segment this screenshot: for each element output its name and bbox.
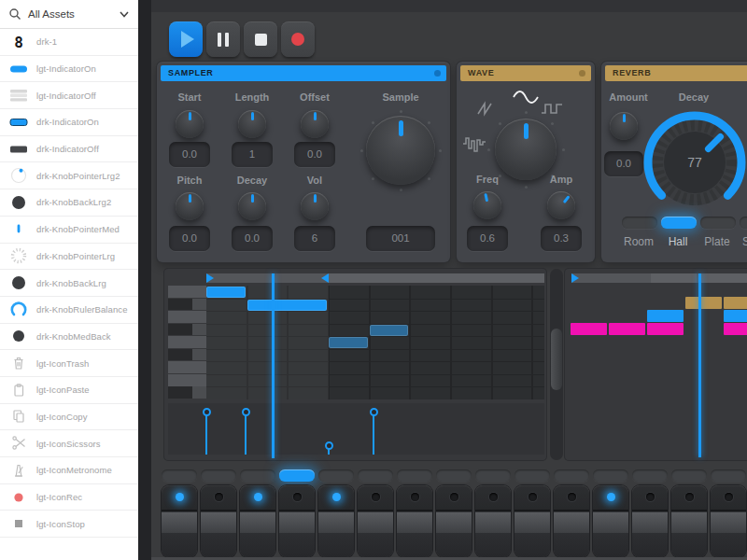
clip-blue-track[interactable] <box>724 310 747 322</box>
fader-cap[interactable] <box>514 512 550 533</box>
pitch-value[interactable]: 0.0 <box>169 226 210 251</box>
channel-indicator-5[interactable] <box>318 469 354 482</box>
sample-knob[interactable] <box>366 116 435 185</box>
clip-magenta-track[interactable] <box>571 323 607 335</box>
channel-strip-13[interactable] <box>632 485 668 557</box>
channel-strip-8[interactable] <box>436 485 472 557</box>
decay-value-small[interactable]: 0.0 <box>232 226 273 251</box>
channel-strip-9[interactable] <box>475 485 511 557</box>
channel-indicator-7[interactable] <box>397 469 432 482</box>
asset-item-drk-KnobBackLrg2[interactable]: drk-KnobBackLrg2 <box>0 189 138 217</box>
asset-item-lgt-IconRec[interactable]: lgt-IconRec <box>0 484 138 511</box>
fader-cap[interactable] <box>554 512 589 533</box>
square-wave-icon[interactable] <box>540 101 564 117</box>
asset-item-lgt-IconSicssors[interactable]: lgt-IconSicssors <box>0 430 138 457</box>
fader-cap[interactable] <box>671 512 707 533</box>
asset-item-drk-KnobBackLrg[interactable]: drk-KnobBackLrg <box>0 270 138 297</box>
sample-number-display[interactable]: 001 <box>366 226 435 251</box>
asset-item-drk-IndicatorOn[interactable]: drk-IndicatorOn <box>0 109 138 136</box>
channel-strip-3[interactable] <box>240 485 275 557</box>
asset-item-lgt-IconStop[interactable]: lgt-IconStop <box>0 511 138 538</box>
clip-magenta-track[interactable] <box>609 323 645 335</box>
pitch-knob[interactable] <box>176 192 204 220</box>
preset-plate-indicator[interactable] <box>700 217 736 229</box>
black-key[interactable] <box>168 349 192 361</box>
fader-cap[interactable] <box>632 512 668 533</box>
preset-hall-indicator[interactable] <box>661 217 697 229</box>
offset-value[interactable]: 0.0 <box>294 142 335 167</box>
white-key[interactable] <box>168 311 206 323</box>
clip-blue-track[interactable] <box>647 310 684 322</box>
asset-item-lgt-IconTrash[interactable]: lgt-IconTrash <box>0 350 138 377</box>
channel-indicator-2[interactable] <box>201 469 236 482</box>
asset-filter[interactable]: All Assets <box>0 0 138 29</box>
channel-indicator-14[interactable] <box>671 469 707 482</box>
fader-cap[interactable] <box>397 512 432 533</box>
fader-cap[interactable] <box>240 512 275 533</box>
noise-wave-icon[interactable] <box>461 133 487 155</box>
loop-end-marker[interactable] <box>321 273 329 283</box>
asset-item-drk-KnobMedBack[interactable]: drk-KnobMedBack <box>0 324 138 351</box>
decay-knob-small[interactable] <box>238 192 266 220</box>
reverb-decay-knob[interactable]: 77 <box>641 108 747 217</box>
amp-value[interactable]: 0.3 <box>541 226 582 251</box>
sine-wave-icon[interactable] <box>512 87 540 106</box>
freq-value[interactable]: 0.6 <box>467 226 508 251</box>
channel-strip-2[interactable] <box>201 485 236 557</box>
piano-note[interactable] <box>206 287 246 298</box>
black-key-row[interactable] <box>168 349 206 361</box>
black-key-row[interactable] <box>168 386 206 399</box>
black-key-row[interactable] <box>168 324 206 336</box>
channel-strip-1[interactable] <box>162 485 197 557</box>
amount-knob[interactable] <box>610 112 638 140</box>
preset-spring-label[interactable]: S <box>742 235 747 248</box>
piano-playhead[interactable] <box>272 273 275 458</box>
piano-note[interactable] <box>329 337 368 348</box>
asset-item-lgt-IconCopy[interactable]: lgt-IconCopy <box>0 404 138 431</box>
fader-cap[interactable] <box>436 512 472 533</box>
vol-value[interactable]: 6 <box>294 226 335 251</box>
asset-item-drk-KnobRulerBalance[interactable]: drk-KnobRulerBalance <box>0 297 138 324</box>
asset-item-lgt-IconMetronome[interactable]: lgt-IconMetronome <box>0 457 138 484</box>
channel-indicator-13[interactable] <box>632 469 668 482</box>
black-key[interactable] <box>168 324 192 336</box>
offset-knob[interactable] <box>301 110 329 138</box>
arrangement-start-marker[interactable] <box>571 273 579 283</box>
asset-item-lgt-IndicatorOn[interactable]: lgt-IndicatorOn <box>0 56 138 83</box>
white-key[interactable] <box>168 286 206 298</box>
record-button[interactable] <box>281 21 315 57</box>
channel-strip-7[interactable] <box>397 485 432 557</box>
channel-indicator-8[interactable] <box>436 469 472 482</box>
channel-indicator-3[interactable] <box>240 469 275 482</box>
fader-cap[interactable] <box>201 512 236 533</box>
channel-indicator-1[interactable] <box>162 469 197 482</box>
channel-strip-6[interactable] <box>358 485 393 557</box>
velocity-lane[interactable] <box>168 403 544 455</box>
vol-knob[interactable] <box>301 192 329 220</box>
stop-button[interactable] <box>244 21 277 57</box>
channel-indicator-4[interactable] <box>279 469 315 482</box>
channel-strip-11[interactable] <box>554 485 589 557</box>
preset-plate-label[interactable]: Plate <box>704 235 729 248</box>
asset-item-drk-KnobPointerLrg2[interactable]: drk-KnobPointerLrg2 <box>0 162 138 189</box>
channel-indicator-11[interactable] <box>554 469 589 482</box>
channel-indicator-9[interactable] <box>475 469 511 482</box>
channel-strip-5[interactable] <box>318 485 354 557</box>
scrollbar-thumb[interactable] <box>551 329 562 390</box>
fader-cap[interactable] <box>711 512 746 533</box>
preset-spring-indicator[interactable] <box>740 217 747 229</box>
loop-start-marker[interactable] <box>206 273 214 283</box>
channel-indicator-12[interactable] <box>593 469 628 482</box>
play-button[interactable] <box>169 21 203 57</box>
clip-magenta-track[interactable] <box>724 323 747 335</box>
start-knob[interactable] <box>176 110 204 138</box>
length-value[interactable]: 1 <box>232 142 273 167</box>
loop-region[interactable] <box>206 273 329 283</box>
timeline-ruler[interactable] <box>329 273 544 283</box>
asset-item-drk-1[interactable]: 8drk-1 <box>0 29 138 56</box>
fader-cap[interactable] <box>162 512 197 533</box>
channel-strip-12[interactable] <box>593 485 628 557</box>
asset-item-lgt-IndicatorOff[interactable]: lgt-IndicatorOff <box>0 82 138 109</box>
black-key-row[interactable] <box>168 299 206 311</box>
fader-cap[interactable] <box>358 512 393 533</box>
